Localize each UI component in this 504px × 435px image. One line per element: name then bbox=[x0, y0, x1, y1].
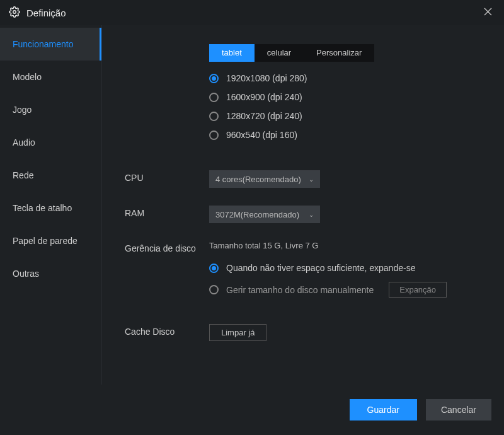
sidebar-item-label: Papel de parede bbox=[13, 236, 77, 246]
resolution-list: 1920x1080 (dpi 280) 1600x900 (dpi 240) 1… bbox=[209, 73, 481, 140]
cpu-select-value: 4 cores(Recomendado) bbox=[215, 175, 301, 184]
cpu-select[interactable]: 4 cores(Recomendado) ⌄ bbox=[209, 170, 320, 188]
seg-personalizar[interactable]: Personalizar bbox=[304, 44, 374, 62]
sidebar-item-modelo[interactable]: Modelo bbox=[0, 61, 101, 93]
sidebar: Funcionamento Modelo Jogo Audio Rede Tec… bbox=[0, 25, 102, 385]
sidebar-item-label: Modelo bbox=[13, 72, 42, 82]
disk-option-manual-row: Gerir tamanho do disco manualmente Expan… bbox=[209, 282, 481, 298]
radio-icon bbox=[209, 285, 219, 294]
cpu-body: 4 cores(Recomendado) ⌄ bbox=[209, 170, 481, 188]
resolution-option[interactable]: 960x540 (dpi 160) bbox=[209, 130, 481, 140]
display-mode-segmented: tablet celular Personalizar bbox=[209, 44, 374, 62]
expand-button[interactable]: Expanção bbox=[389, 282, 447, 298]
ram-select[interactable]: 3072M(Recomendado) ⌄ bbox=[209, 206, 320, 223]
resolution-option[interactable]: 1920x1080 (dpi 280) bbox=[209, 73, 481, 83]
titlebar: Definição bbox=[0, 0, 504, 25]
sidebar-item-audio[interactable]: Audio bbox=[0, 126, 101, 159]
radio-icon bbox=[209, 112, 219, 121]
ram-select-value: 3072M(Recomendado) bbox=[215, 210, 299, 219]
display-mode-row: tablet celular Personalizar 1920x1080 (d… bbox=[125, 44, 481, 149]
resolution-label: 1600x900 (dpi 240) bbox=[226, 92, 302, 102]
sidebar-item-label: Rede bbox=[13, 170, 33, 180]
disk-option-label: Gerir tamanho do disco manualmente bbox=[226, 285, 374, 295]
disk-option-auto[interactable]: Quando não tiver espaço suficiente, expa… bbox=[209, 263, 481, 273]
gear-icon bbox=[9, 6, 20, 20]
seg-tablet[interactable]: tablet bbox=[209, 44, 255, 62]
sidebar-item-rede[interactable]: Rede bbox=[0, 159, 101, 192]
resolution-option[interactable]: 1600x900 (dpi 240) bbox=[209, 92, 481, 102]
resolution-label: 960x540 (dpi 160) bbox=[226, 130, 297, 140]
disk-option-manual[interactable]: Gerir tamanho do disco manualmente bbox=[209, 285, 374, 295]
resolution-option[interactable]: 1280x720 (dpi 240) bbox=[209, 111, 481, 121]
cpu-label: CPU bbox=[125, 170, 209, 183]
save-button[interactable]: Guardar bbox=[350, 399, 417, 420]
sidebar-item-tecla-atalho[interactable]: Tecla de atalho bbox=[0, 192, 101, 224]
sidebar-item-papel-parede[interactable]: Papel de parede bbox=[0, 224, 101, 257]
svg-point-0 bbox=[13, 10, 16, 13]
ram-body: 3072M(Recomendado) ⌄ bbox=[209, 206, 481, 223]
clear-cache-button[interactable]: Limpar já bbox=[209, 324, 266, 341]
display-mode-label bbox=[125, 44, 209, 47]
resolution-label: 1280x720 (dpi 240) bbox=[226, 111, 302, 121]
ram-row: RAM 3072M(Recomendado) ⌄ bbox=[125, 206, 481, 223]
sidebar-item-outras[interactable]: Outras bbox=[0, 257, 101, 290]
disk-body: Tamanho total 15 G, Livre 7 G Quando não… bbox=[209, 241, 481, 306]
resolution-label: 1920x1080 (dpi 280) bbox=[226, 73, 307, 83]
sidebar-item-jogo[interactable]: Jogo bbox=[0, 93, 101, 126]
sidebar-item-label: Jogo bbox=[13, 105, 32, 115]
sidebar-item-label: Outras bbox=[13, 269, 39, 279]
cpu-row: CPU 4 cores(Recomendado) ⌄ bbox=[125, 170, 481, 188]
footer: Guardar Cancelar bbox=[0, 385, 504, 435]
cache-body: Limpar já bbox=[209, 324, 481, 341]
sidebar-item-label: Funcionamento bbox=[13, 39, 74, 49]
close-icon[interactable] bbox=[480, 7, 495, 18]
disk-row: Gerência de disco Tamanho total 15 G, Li… bbox=[125, 241, 481, 306]
sidebar-item-label: Audio bbox=[13, 137, 35, 148]
radio-icon bbox=[209, 74, 219, 83]
chevron-down-icon: ⌄ bbox=[309, 176, 314, 183]
radio-icon bbox=[209, 93, 219, 102]
body: Funcionamento Modelo Jogo Audio Rede Tec… bbox=[0, 25, 504, 385]
display-mode-body: tablet celular Personalizar 1920x1080 (d… bbox=[209, 44, 481, 149]
radio-icon bbox=[209, 264, 219, 273]
sidebar-item-funcionamento[interactable]: Funcionamento bbox=[0, 28, 101, 61]
titlebar-left: Definição bbox=[9, 6, 66, 20]
sidebar-item-label: Tecla de atalho bbox=[13, 203, 72, 213]
disk-info-text: Tamanho total 15 G, Livre 7 G bbox=[209, 241, 481, 250]
ram-label: RAM bbox=[125, 206, 209, 218]
disk-label: Gerência de disco bbox=[125, 241, 209, 253]
cancel-button[interactable]: Cancelar bbox=[426, 399, 491, 420]
chevron-down-icon: ⌄ bbox=[309, 211, 314, 218]
disk-option-label: Quando não tiver espaço suficiente, expa… bbox=[226, 263, 415, 273]
cache-label: Cache Disco bbox=[125, 324, 209, 337]
window-title: Definição bbox=[26, 8, 66, 18]
seg-celular[interactable]: celular bbox=[255, 44, 304, 62]
radio-icon bbox=[209, 130, 219, 140]
cache-row: Cache Disco Limpar já bbox=[125, 324, 481, 341]
content-panel: tablet celular Personalizar 1920x1080 (d… bbox=[102, 25, 504, 385]
